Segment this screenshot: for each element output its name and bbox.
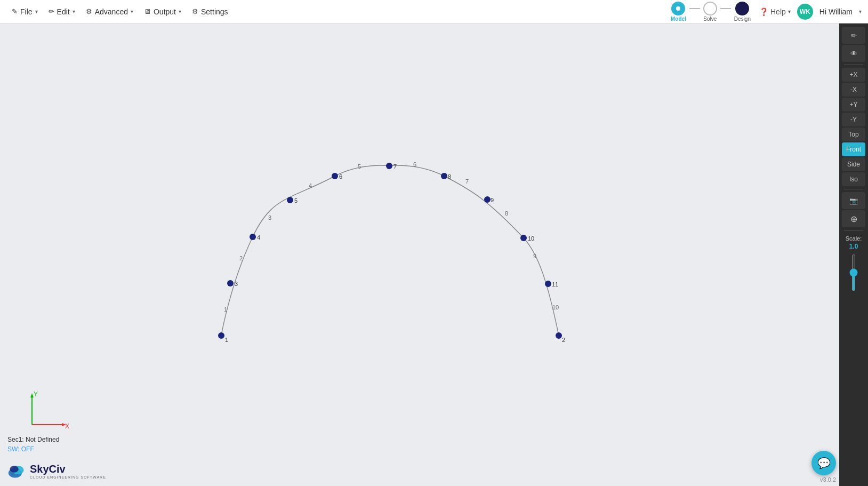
file-icon: ✎ <box>12 7 18 15</box>
camera-button[interactable]: 📷 <box>842 192 865 209</box>
node-label-9: 9 <box>491 197 494 203</box>
sec-status: Sec1: Not Defined <box>7 436 59 443</box>
settings-icon: ⚙ <box>192 7 198 15</box>
seg-label-6: 6 <box>413 161 416 168</box>
node-6[interactable] <box>332 173 338 179</box>
settings-menu[interactable]: ⚙ Settings <box>187 4 234 19</box>
node-8[interactable] <box>441 173 447 179</box>
model-tab[interactable]: Model <box>671 2 686 22</box>
iso-button[interactable]: Iso <box>842 172 865 186</box>
node-label-7: 7 <box>393 163 397 170</box>
toolbar-divider-2 <box>844 189 863 189</box>
advanced-menu[interactable]: ⚙ Advanced ▾ <box>81 4 139 19</box>
navbar: ✎ File ▾ ✏ Edit ▾ ⚙ Advanced ▾ 🖥 Output … <box>0 0 868 23</box>
eye-button[interactable]: 👁 <box>842 45 865 62</box>
advanced-icon: ⚙ <box>86 7 92 15</box>
side-button[interactable]: Side <box>842 157 865 171</box>
file-menu[interactable]: ✎ File ▾ <box>6 4 43 19</box>
model-dot-inner <box>676 6 680 11</box>
user-name[interactable]: Hi William <box>819 7 853 16</box>
seg-label-1: 1 <box>224 306 227 313</box>
node-2[interactable] <box>556 332 562 339</box>
node-5[interactable] <box>287 197 293 203</box>
minus-y-button[interactable]: -Y <box>842 113 865 126</box>
design-label: Design <box>734 16 751 22</box>
pencil-button[interactable]: ✏ <box>842 27 865 44</box>
help-button[interactable]: ❓ Help ▾ <box>759 7 791 16</box>
help-label: Help <box>770 7 786 16</box>
model-dot <box>671 2 685 15</box>
output-arrow: ▾ <box>179 9 181 14</box>
node-label-10: 10 <box>528 235 534 242</box>
node-10[interactable] <box>520 235 527 241</box>
mode-connector-2 <box>720 8 731 9</box>
output-icon: 🖥 <box>144 7 151 15</box>
seg-label-9: 9 <box>533 253 536 259</box>
file-label: File <box>20 7 33 16</box>
node-label-11: 11 <box>552 281 558 288</box>
node-label-1: 1 <box>225 337 228 343</box>
file-arrow: ▾ <box>35 9 38 14</box>
design-tab[interactable]: Design <box>734 2 751 22</box>
x-axis-label: X <box>65 423 69 430</box>
user-initials: WK <box>800 8 810 15</box>
node-4[interactable] <box>250 234 256 240</box>
node-7[interactable] <box>386 163 392 169</box>
seg-label-2: 2 <box>239 255 243 261</box>
toolbar-divider-1 <box>844 65 863 65</box>
logo-text: SkyCiv CLOUD ENGINEERING SOFTWARE <box>30 463 106 479</box>
advanced-label: Advanced <box>95 7 128 16</box>
minus-x-button[interactable]: -X <box>842 83 865 97</box>
help-arrow: ▾ <box>788 9 791 14</box>
scale-slider-container <box>852 251 855 294</box>
seg-label-10: 10 <box>552 304 559 310</box>
toolbar-divider-3 <box>844 230 863 230</box>
node-1[interactable] <box>218 332 224 339</box>
axes-container: Y X <box>16 390 69 433</box>
edit-menu[interactable]: ✏ Edit ▾ <box>43 4 81 19</box>
plus-y-button[interactable]: +Y <box>842 98 865 111</box>
scale-label: Scale: <box>846 235 862 242</box>
edit-label: Edit <box>57 7 70 16</box>
avatar: WK <box>797 4 813 20</box>
version-label: v3.0.2 <box>820 476 836 483</box>
seg-label-7: 7 <box>465 178 469 185</box>
solve-label: Solve <box>703 16 717 22</box>
user-arrow: ▾ <box>859 9 862 14</box>
output-label: Output <box>154 7 176 16</box>
chat-button[interactable]: 💬 <box>811 451 836 475</box>
seg-label-8: 8 <box>505 210 508 217</box>
structure-svg: 1 2 3 4 5 6 7 8 9 10 1 2 3 4 5 <box>0 23 839 486</box>
model-label: Model <box>671 16 686 22</box>
logo-icon <box>7 461 27 481</box>
svg-point-6 <box>10 466 19 473</box>
canvas-area: 1 2 3 4 5 6 7 8 9 10 1 2 3 4 5 <box>0 23 868 486</box>
seg-label-3: 3 <box>268 214 271 221</box>
scale-value: 1.0 <box>849 243 858 250</box>
output-menu[interactable]: 🖥 Output ▾ <box>139 4 187 19</box>
y-axis-label: Y <box>34 391 38 398</box>
logo: SkyCiv CLOUD ENGINEERING SOFTWARE <box>7 461 106 481</box>
node-9[interactable] <box>484 196 491 203</box>
help-icon: ❓ <box>759 7 768 16</box>
mode-connector-1 <box>689 8 700 9</box>
node-3[interactable] <box>227 280 234 286</box>
axes-svg: Y X <box>16 390 69 433</box>
node-label-3: 3 <box>235 281 238 287</box>
scale-slider[interactable] <box>852 254 855 291</box>
node-11[interactable] <box>545 281 551 287</box>
top-button[interactable]: Top <box>842 128 865 141</box>
solve-dot <box>703 2 717 15</box>
solve-tab[interactable]: Solve <box>703 2 717 22</box>
front-button[interactable]: Front <box>842 142 865 156</box>
node-label-5: 5 <box>294 197 298 204</box>
settings-label: Settings <box>201 7 228 16</box>
layers-button[interactable]: ⊕ <box>842 210 865 227</box>
seg-label-5: 5 <box>358 163 361 170</box>
nav-right: ❓ Help ▾ WK Hi William ▾ <box>759 4 862 20</box>
node-label-2: 2 <box>562 337 565 343</box>
sw-status: SW: OFF <box>7 445 34 453</box>
right-toolbar: ✏ 👁 +X -X +Y -Y Top Front Side Iso 📷 ⊕ S… <box>839 23 868 486</box>
node-label-6: 6 <box>339 173 342 180</box>
plus-x-button[interactable]: +X <box>842 68 865 82</box>
